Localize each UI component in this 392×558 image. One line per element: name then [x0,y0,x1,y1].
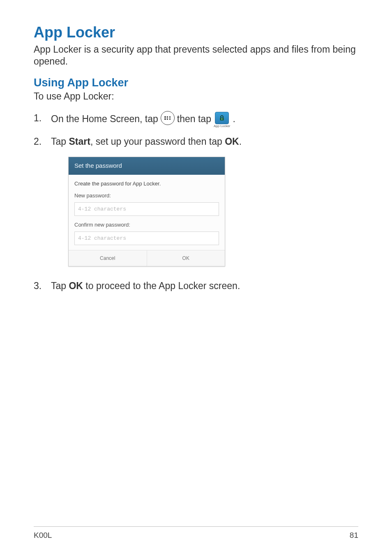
step-2-text-a: Tap [51,136,69,147]
step-3-text-b: to proceed to the App Locker screen. [83,280,240,291]
svg-rect-2 [222,119,222,120]
step-2-text-b: , set up your password then tap [90,136,225,147]
page-title: App Locker [34,24,358,41]
new-password-label: New password: [74,192,219,200]
footer-page-number: 81 [350,531,358,540]
apps-grid-icon [161,111,175,125]
app-locker-icon-label: App Locker [214,125,230,128]
section-title: Using App Locker [34,76,358,89]
dialog-title: Set the password [69,157,225,175]
step-2-start: Start [69,136,90,147]
step-1: On the Home Screen, tap then tap App [34,111,358,127]
step-2-ok: OK [225,136,239,147]
step-2: Tap Start, set up your password then tap… [34,134,358,267]
app-locker-icon: App Locker [214,112,230,128]
cancel-button[interactable]: Cancel [69,250,147,266]
intro-text: App Locker is a security app that preven… [34,44,358,67]
step-1-text-b: then tap [177,112,211,126]
confirm-password-input[interactable]: 4-12 characters [74,232,219,245]
step-3-text-a: Tap [51,280,69,291]
set-password-dialog: Set the password Create the password for… [68,157,225,266]
step-3-ok: OK [69,280,83,291]
footer-model: K00L [34,531,52,540]
page-footer: K00L 81 [34,526,358,540]
ok-button[interactable]: OK [147,250,225,266]
step-1-end: . [233,112,235,126]
step-3: Tap OK to proceed to the App Locker scre… [34,279,358,293]
step-2-end: . [239,136,242,147]
step-1-text-a: On the Home Screen, tap [51,112,158,126]
lead-text: To use App Locker: [34,91,358,102]
new-password-input[interactable]: 4-12 characters [74,202,219,216]
dialog-description: Create the password for App Locker. [74,180,219,188]
confirm-password-label: Confirm new password: [74,221,219,229]
